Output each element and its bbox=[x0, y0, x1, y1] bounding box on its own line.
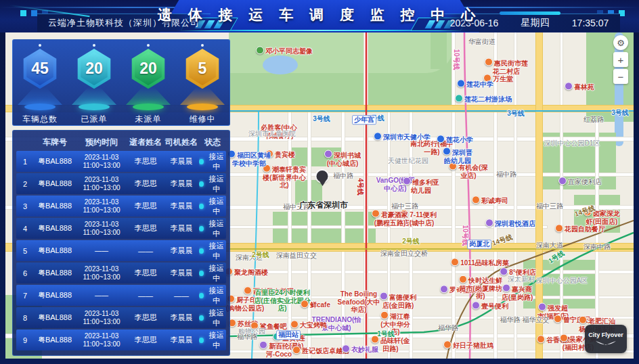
poi-marker-icon bbox=[440, 285, 448, 293]
map-poi-label: 华富街道 bbox=[468, 38, 495, 46]
stat-base bbox=[126, 102, 171, 110]
stat-hexagon: 20 bbox=[76, 49, 112, 89]
map-poi-label: 深南中路 bbox=[583, 243, 611, 251]
row-index: 6 bbox=[16, 269, 34, 277]
vehicle-stats-panel: 45车辆总数20已派单20未派单5维修中 bbox=[12, 39, 230, 126]
map-poi-label: 好日子猪肚鸡 bbox=[443, 340, 493, 350]
plate-number: 粤BAL888 bbox=[34, 290, 76, 300]
map-settings-gear-icon[interactable]: ⚙ bbox=[613, 35, 628, 50]
map-poi-label: 莲花二村游泳场 bbox=[455, 94, 512, 104]
poi-marker-icon bbox=[579, 316, 587, 324]
poi-marker-icon bbox=[565, 82, 573, 90]
poi-marker-icon bbox=[502, 284, 510, 292]
map-poi-label: 福华路 bbox=[237, 333, 257, 341]
driver-name: 李晨晨 bbox=[164, 268, 199, 278]
map-poi-label: 2号线 bbox=[402, 237, 420, 246]
status-dot-icon bbox=[199, 204, 204, 209]
poi-marker-icon bbox=[290, 320, 299, 328]
map-poi-label: 2号线 bbox=[252, 251, 269, 259]
metro-station-label: 福田站 bbox=[276, 330, 301, 340]
table-row[interactable]: 8粤BAL8882023-11-03 11:00~13:00李思思李晨晨接运中 bbox=[16, 307, 226, 328]
table-row[interactable]: 6粤BAL8882023-11-03 11:00~13:00李思思李晨晨接运中 bbox=[16, 263, 226, 283]
zoom-out-button[interactable]: − bbox=[613, 69, 628, 84]
deceased-name: 李思思 bbox=[127, 335, 164, 345]
stat-label: 车辆总数 bbox=[22, 114, 58, 125]
poi-marker-icon bbox=[374, 132, 382, 140]
status-cell: 接运中 bbox=[199, 263, 226, 283]
poi-marker-icon bbox=[538, 303, 546, 311]
stat-badge-3: 5维修中 bbox=[177, 43, 228, 125]
status-text: 接运中 bbox=[206, 152, 226, 172]
deceased-name: 李思思 bbox=[127, 268, 164, 278]
poi-marker-icon bbox=[380, 292, 388, 300]
plate-number: 粤BAL888 bbox=[34, 201, 76, 211]
appointment-time: 2023-11-03 11:00~13:00 bbox=[76, 265, 127, 281]
status-cell: 接运中 bbox=[199, 196, 226, 217]
stat-value: 45 bbox=[25, 52, 55, 85]
map-poi-label: 嘉兴商店(皇岗路) bbox=[500, 284, 535, 301]
map-logo-text: City Flyover bbox=[588, 332, 623, 338]
stat-badge-2: 20未派单 bbox=[123, 43, 174, 125]
col-header: 预约时间 bbox=[76, 137, 127, 147]
city-marker-pin[interactable] bbox=[317, 170, 328, 189]
status-dot-icon bbox=[199, 248, 204, 254]
driver-name: 李晨晨 bbox=[164, 335, 199, 345]
poi-marker-icon bbox=[437, 135, 445, 143]
status-text: 接运中 bbox=[206, 196, 226, 217]
map-poi-label: 聚龙阁酒楼 bbox=[225, 267, 268, 277]
deceased-name: 李思思 bbox=[127, 201, 164, 211]
poi-marker-icon bbox=[555, 224, 563, 232]
map-poi-label: 深圳中心公园D1区 bbox=[544, 139, 600, 147]
deceased-name: —— bbox=[127, 292, 164, 300]
poi-marker-icon bbox=[324, 150, 332, 158]
status-cell: 接运中 bbox=[199, 152, 226, 172]
map-poi-label: 福中路 bbox=[496, 170, 516, 179]
status-text: 接运中 bbox=[206, 241, 226, 261]
table-row[interactable]: 1粤BAL8882023-11-03 11:00~13:00李思思李晨晨接运中 bbox=[16, 151, 226, 172]
map-poi-label: The Boiling Seafood(大中华店) bbox=[334, 290, 383, 314]
map-poi-label: 潮泰轩贵宾楼(新世界中心北) bbox=[260, 164, 309, 189]
table-row[interactable]: 9粤BAL8882023-11-03 11:00~13:00李思思李晨晨接运中 bbox=[16, 329, 226, 350]
zoom-in-button[interactable]: + bbox=[613, 52, 628, 67]
stat-base bbox=[180, 102, 225, 110]
row-index: 8 bbox=[16, 314, 34, 322]
plate-number: 粤BAL888 bbox=[34, 179, 76, 189]
metro-station-label: 岗厦北 bbox=[467, 240, 491, 249]
deceased-name: —— bbox=[127, 247, 164, 255]
table-row[interactable]: 2粤BAL8882023-11-03 11:00~13:00李思思李晨晨接运中 bbox=[16, 173, 226, 194]
status-text: 接运中 bbox=[206, 286, 226, 306]
poi-marker-icon bbox=[554, 315, 562, 323]
poi-marker-icon bbox=[443, 340, 451, 348]
poi-marker-icon bbox=[451, 258, 459, 266]
row-index: 7 bbox=[16, 292, 34, 300]
status-dot-icon bbox=[199, 181, 204, 187]
stat-hexagon: 5 bbox=[184, 49, 221, 89]
stat-value: 20 bbox=[79, 52, 109, 85]
poi-marker-icon bbox=[244, 286, 252, 294]
plate-number: 粤BAL888 bbox=[34, 246, 76, 256]
status-cell: 接运中 bbox=[199, 330, 226, 350]
map-poi-label: 彩诚寿司 bbox=[472, 196, 508, 205]
table-row[interactable]: 7粤BAL888——————接运中 bbox=[16, 285, 226, 306]
appointment-time: 2023-11-03 11:00~13:00 bbox=[76, 154, 127, 170]
appointment-time: 2023-11-03 11:00~13:00 bbox=[76, 221, 127, 237]
map-poi-label: 莲花小学 bbox=[437, 135, 473, 144]
table-row[interactable]: 5粤BAL888————李晨晨接运中 bbox=[16, 240, 226, 261]
table-row[interactable]: 4粤BAL8882023-11-03 11:00~13:00李思思李晨晨接运中 bbox=[16, 218, 226, 239]
map-poi-label: 邓小平同志塑像 bbox=[256, 46, 313, 55]
poi-marker-icon bbox=[301, 300, 309, 308]
map-poi-label: 大宝烤鸭 bbox=[290, 320, 327, 329]
map-poi-label: 3号线 bbox=[313, 115, 330, 123]
deceased-name: 李思思 bbox=[127, 223, 164, 233]
map-logo-badge: City Flyover bbox=[585, 325, 627, 353]
poi-marker-icon bbox=[500, 267, 508, 275]
appointment-time: 2023-11-03 11:00~13:00 bbox=[76, 310, 127, 326]
map-poi-label: 1号线 bbox=[377, 330, 395, 338]
map-poi-label: 深圳书城(中心城店) bbox=[322, 150, 363, 167]
row-index: 5 bbox=[16, 247, 34, 255]
dispatch-table-panel: 车牌号预约时间逝者姓名司机姓名状态 1粤BAL8882023-11-03 11:… bbox=[12, 130, 230, 356]
poi-marker-icon bbox=[455, 94, 463, 102]
stat-label: 未派单 bbox=[135, 114, 162, 125]
metro-station-label: 少年宫 bbox=[352, 115, 376, 124]
table-row[interactable]: 3粤BAL8882023-11-03 11:00~13:00李思思李晨晨接运中 bbox=[16, 196, 226, 217]
